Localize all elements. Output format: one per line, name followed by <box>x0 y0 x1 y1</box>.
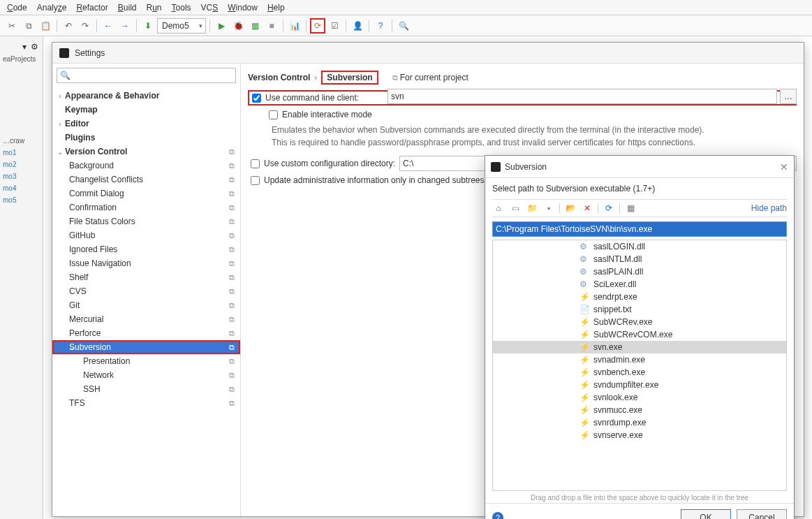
run-icon[interactable]: ▶ <box>214 18 229 34</box>
file-item[interactable]: ⚙saslLOGIN.dll <box>493 240 786 253</box>
menu-refactor[interactable]: Refactor <box>76 3 108 13</box>
module-item[interactable]: mo4 <box>0 182 43 194</box>
enable-interactive-checkbox[interactable] <box>269 110 278 119</box>
settings-search[interactable]: 🔍 <box>57 68 236 83</box>
file-item[interactable]: ⚡svnadmin.exe <box>493 353 786 366</box>
file-item[interactable]: ⚙saslPLAIN.dll <box>493 265 786 278</box>
tree-item-file-status-colors[interactable]: File Status Colors⧉ <box>52 214 240 228</box>
coverage-icon[interactable]: ▦ <box>247 18 263 34</box>
tree-item-ssh[interactable]: SSH⧉ <box>52 382 240 396</box>
module-item[interactable]: mo5 <box>0 194 43 206</box>
file-item[interactable]: ⚡svnrdump.exe <box>493 416 786 429</box>
module-item[interactable]: mo1 <box>0 147 43 159</box>
file-item[interactable]: ⚙SciLexer.dll <box>493 278 786 291</box>
tree-item-git[interactable]: Git⧉ <box>52 298 240 312</box>
copy-icon[interactable]: ⧉ <box>21 18 36 34</box>
ok-button[interactable]: OK <box>681 509 731 519</box>
search-everywhere-icon[interactable]: 🔍 <box>396 18 411 34</box>
show-hidden-icon[interactable]: ▦ <box>624 203 637 214</box>
tree-item-appearance-behavior[interactable]: ›Appearance & Behavior <box>52 89 240 103</box>
tree-item-confirmation[interactable]: Confirmation⧉ <box>52 200 240 214</box>
tree-item-ignored-files[interactable]: Ignored Files⧉ <box>52 242 240 256</box>
menu-build[interactable]: Build <box>118 3 137 13</box>
file-list[interactable]: ⚙saslLOGIN.dll⚙saslNTLM.dll⚙saslPLAIN.dl… <box>492 240 787 491</box>
menu-vcs[interactable]: VCS <box>201 3 219 13</box>
commit-icon[interactable]: ☑ <box>327 18 342 34</box>
use-cli-checkbox[interactable] <box>252 94 261 103</box>
gear-icon[interactable]: ⚙ <box>31 42 38 52</box>
tree-item-cvs[interactable]: CVS⧉ <box>52 284 240 298</box>
file-item[interactable]: ⚡sendrpt.exe <box>493 291 786 303</box>
close-icon[interactable]: ✕ <box>780 161 788 173</box>
tree-item-version-control[interactable]: ⌄Version Control⧉ <box>52 145 240 159</box>
file-chooser-dialog: Subversion ✕ Select path to Subversion e… <box>485 155 795 519</box>
update-project-icon[interactable]: ⟳ <box>310 18 325 34</box>
undo-icon[interactable]: ↶ <box>61 18 76 34</box>
tree-item-background[interactable]: Background⧉ <box>52 159 240 173</box>
tree-item-plugins[interactable]: Plugins <box>52 131 240 145</box>
file-item[interactable]: ⚡SubWCRev.exe <box>493 316 786 328</box>
file-item[interactable]: ⚡SubWCRevCOM.exe <box>493 328 786 341</box>
help-icon[interactable]: ? <box>492 512 503 519</box>
file-item[interactable]: ⚙saslNTLM.dll <box>493 253 786 265</box>
module-icon[interactable]: ▪ <box>542 203 555 214</box>
help-icon[interactable]: ? <box>373 18 388 34</box>
custom-dir-checkbox[interactable] <box>251 159 260 168</box>
debug-icon[interactable]: 🐞 <box>230 18 246 34</box>
file-item[interactable]: ⚡svnlook.exe <box>493 391 786 404</box>
tree-item-github[interactable]: GitHub⧉ <box>52 228 240 242</box>
forward-icon[interactable]: → <box>117 18 133 34</box>
project-root[interactable]: eaProjects <box>0 53 43 65</box>
cancel-button[interactable]: Cancel <box>737 509 787 519</box>
file-item[interactable]: 📄snippet.txt <box>493 303 786 316</box>
file-item[interactable]: ⚡svn.exe <box>493 341 786 353</box>
new-folder-icon[interactable]: 📂 <box>564 203 577 214</box>
home-icon[interactable]: ⌂ <box>492 203 505 214</box>
tree-item-shelf[interactable]: Shelf⧉ <box>52 270 240 284</box>
profile-icon[interactable]: 📊 <box>287 18 302 34</box>
tree-item-keymap[interactable]: Keymap <box>52 103 240 117</box>
module-item[interactable]: mo3 <box>0 170 43 182</box>
stop-icon[interactable]: ■ <box>264 18 279 34</box>
tree-item-tfs[interactable]: TFS⧉ <box>52 396 240 410</box>
tree-item-changelist-conflicts[interactable]: Changelist Conflicts⧉ <box>52 173 240 187</box>
hide-path-link[interactable]: Hide path <box>751 203 787 213</box>
crumb-root[interactable]: Version Control <box>248 73 310 82</box>
menu-analyze[interactable]: Analyze <box>37 3 67 13</box>
file-item[interactable]: ⚡svndumpfilter.exe <box>493 379 786 391</box>
tree-item-commit-dialog[interactable]: Commit Dialog⧉ <box>52 187 240 200</box>
collapse-icon[interactable]: ▾ <box>22 42 27 52</box>
delete-icon[interactable]: ✕ <box>581 203 593 214</box>
menu-help[interactable]: Help <box>267 3 285 13</box>
tree-item-presentation[interactable]: Presentation⧉ <box>52 354 240 368</box>
menu-code[interactable]: Code <box>7 3 27 13</box>
tree-item-mercurial[interactable]: Mercurial⧉ <box>52 312 240 326</box>
file-item[interactable]: ⚡svnserve.exe <box>493 429 786 441</box>
project-icon[interactable]: 📁 <box>526 203 538 214</box>
tree-item-editor[interactable]: ›Editor <box>52 117 240 131</box>
cut-icon[interactable]: ✂ <box>4 18 20 34</box>
path-input[interactable] <box>492 221 787 237</box>
desktop-icon[interactable]: ▭ <box>509 203 522 214</box>
tree-item-perforce[interactable]: Perforce⧉ <box>52 326 240 340</box>
module-item[interactable]: mo2 <box>0 159 43 170</box>
browse-button[interactable]: … <box>780 89 797 104</box>
back-icon[interactable]: ← <box>101 18 116 34</box>
menu-window[interactable]: Window <box>228 3 258 13</box>
refresh-icon[interactable]: ⟳ <box>603 203 615 214</box>
cli-path-input[interactable] <box>387 89 777 104</box>
tree-item-issue-navigation[interactable]: Issue Navigation⧉ <box>52 256 240 270</box>
tree-item-subversion[interactable]: ⌄Subversion⧉ <box>52 340 240 354</box>
run-config-select[interactable]: Demo5 <box>157 18 206 34</box>
build-icon[interactable]: ⬇ <box>140 18 156 34</box>
craw-module[interactable]: …craw <box>0 135 43 147</box>
update-admin-checkbox[interactable] <box>251 176 260 185</box>
tree-item-network[interactable]: Network⧉ <box>52 368 240 382</box>
user-icon[interactable]: 👤 <box>350 18 365 34</box>
paste-icon[interactable]: 📋 <box>38 18 53 34</box>
menu-tools[interactable]: Tools <box>172 3 191 13</box>
file-item[interactable]: ⚡svnmucc.exe <box>493 404 786 416</box>
file-item[interactable]: ⚡svnbench.exe <box>493 366 786 379</box>
redo-icon[interactable]: ↷ <box>77 18 93 34</box>
menu-run[interactable]: Run <box>146 3 161 13</box>
